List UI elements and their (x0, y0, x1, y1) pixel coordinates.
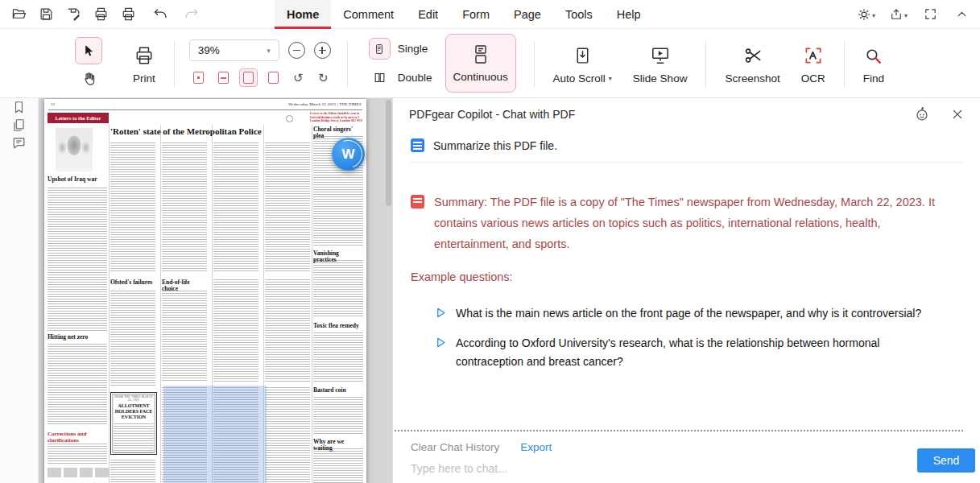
zoom-value: 39% (198, 44, 220, 56)
continuous-label: Continuous (453, 71, 507, 83)
slide-show-button[interactable]: Slide Show (622, 42, 698, 85)
text-column-filler (313, 448, 363, 483)
rotate-right-icon: ↻ (318, 72, 329, 84)
save-as-icon[interactable] (64, 6, 82, 23)
column-rule (109, 125, 110, 483)
quick-print-icon[interactable] (119, 6, 137, 23)
fit-width-button[interactable] (214, 68, 233, 87)
chevron-down-icon: ▾ (609, 76, 612, 82)
tab-tools[interactable]: Tools (553, 0, 605, 29)
text-column-filler (213, 142, 258, 273)
send-button[interactable]: Send (917, 448, 975, 473)
navigation-rail (0, 98, 39, 483)
play-icon (435, 336, 447, 349)
bookmarks-panel-button[interactable] (10, 98, 28, 116)
chat-messages: Summarize this PDF file. Summary: The PD… (393, 130, 980, 430)
example-question-2[interactable]: According to Oxford University's researc… (411, 334, 962, 371)
column-rule (160, 125, 161, 483)
rotate-left-button[interactable]: ↺ (289, 68, 308, 87)
toolbar-divider (347, 40, 348, 87)
headline-bastard: Bastard coin (313, 387, 363, 394)
clear-chat-history-button[interactable]: Clear Chat History (411, 441, 499, 453)
user-message: Summarize this PDF file. (411, 138, 962, 152)
theme-toggle-button[interactable]: ▾ (857, 7, 875, 22)
export-button[interactable]: Export (520, 441, 552, 453)
assistant-summary-message: Summary: The PDF file is a copy of "The … (411, 192, 962, 254)
tab-home[interactable]: Home (275, 0, 331, 29)
rotate-right-button[interactable]: ↻ (314, 68, 333, 87)
tab-comment[interactable]: Comment (331, 0, 406, 29)
pdf-scrollbar[interactable] (386, 100, 391, 206)
zoom-out-button[interactable] (288, 42, 305, 59)
cursor-icon (85, 45, 93, 56)
hand-tool-button[interactable] (76, 68, 101, 89)
letters-notice: Letters to the Editor should be sent to … (310, 112, 363, 123)
ribbon-tabs: Home Comment Edit Form Page Tools Help (275, 0, 653, 29)
newspaper-page-number: 12 (51, 102, 55, 106)
tab-edit[interactable]: Edit (406, 0, 450, 29)
auto-scroll-button[interactable]: Auto Scroll▾ (543, 42, 622, 85)
fullscreen-icon[interactable] (921, 6, 939, 23)
chevron-down-icon: ▾ (267, 47, 271, 55)
actual-size-button[interactable] (189, 68, 208, 87)
headline-iraq: Upshot of Iraq war (48, 176, 107, 183)
ocr-button[interactable]: OCR (791, 42, 836, 85)
text-column-filler (110, 460, 155, 483)
example-questions-label: Example questions: (411, 270, 962, 283)
continuous-view-button[interactable]: Continuous (445, 34, 516, 93)
double-view-button[interactable]: Double (366, 66, 436, 89)
comments-panel-button[interactable] (10, 134, 28, 151)
chat-header: PDFgear Copilot - Chat with PDF (393, 98, 980, 130)
tab-page[interactable]: Page (502, 0, 553, 29)
redo-icon[interactable] (182, 6, 200, 23)
chat-footer: Clear Chat History Export (393, 430, 980, 483)
print-button[interactable]: Print (122, 42, 166, 85)
screenshot-label: Screenshot (725, 72, 779, 85)
rotate-left-icon: ↺ (293, 72, 304, 84)
thumbnails-panel-button[interactable] (10, 116, 28, 134)
example-question-1[interactable]: What is the main news article on the fro… (411, 304, 962, 323)
zoom-group: 39% ▾ ↺ ↻ (183, 39, 339, 87)
undo-icon[interactable] (151, 6, 169, 23)
continuous-pages-icon (471, 44, 490, 65)
pdf-viewer[interactable]: 12 Wednesday March 22 2023 | THE TIMES L… (39, 98, 392, 483)
times-crest-image (56, 128, 93, 171)
text-column-filler (313, 397, 363, 434)
actual-size-icon (193, 72, 204, 84)
save-icon[interactable] (37, 6, 55, 23)
screenshot-button[interactable]: Screenshot (714, 42, 790, 85)
find-button[interactable]: Find (853, 42, 895, 85)
single-view-button[interactable]: Single (366, 37, 436, 60)
close-icon[interactable] (951, 108, 964, 121)
chevron-down-icon: ▾ (872, 13, 875, 22)
zoom-in-button[interactable] (314, 42, 331, 59)
text-selection-highlight (163, 386, 267, 483)
copilot-floating-widget[interactable]: W (332, 138, 365, 171)
toolbar-divider (844, 40, 845, 87)
file-actions (0, 6, 137, 23)
tab-form[interactable]: Form (450, 0, 502, 29)
share-button[interactable]: ▾ (889, 7, 908, 22)
headline-main: 'Rotten' state of the Metropolitan Polic… (110, 126, 312, 136)
message-divider (411, 162, 962, 163)
print-icon[interactable] (92, 6, 110, 23)
text-column-filler (114, 423, 154, 454)
user-message-text: Summarize this PDF file. (433, 139, 557, 152)
auto-scroll-icon (573, 42, 593, 66)
titlebar: Home Comment Edit Form Page Tools Help ▾… (0, 0, 980, 29)
slide-show-icon (650, 42, 671, 66)
collapse-ribbon-icon[interactable] (953, 6, 970, 23)
open-file-icon[interactable] (10, 6, 27, 23)
tab-help[interactable]: Help (605, 0, 653, 29)
fit-visible-button[interactable] (264, 68, 283, 87)
text-column-filler (110, 142, 155, 273)
select-tool-button[interactable] (75, 37, 102, 64)
toolbar-divider (534, 40, 535, 87)
zoom-level-select[interactable]: 39% ▾ (189, 39, 279, 61)
pdf-page[interactable]: 12 Wednesday March 22 2023 | THE TIMES L… (44, 99, 366, 483)
chat-input[interactable] (411, 462, 829, 475)
auto-scroll-label: Auto Scroll (553, 72, 606, 85)
fit-page-button[interactable] (239, 68, 258, 87)
ocr-label: OCR (801, 72, 825, 85)
single-label: Single (398, 43, 428, 55)
